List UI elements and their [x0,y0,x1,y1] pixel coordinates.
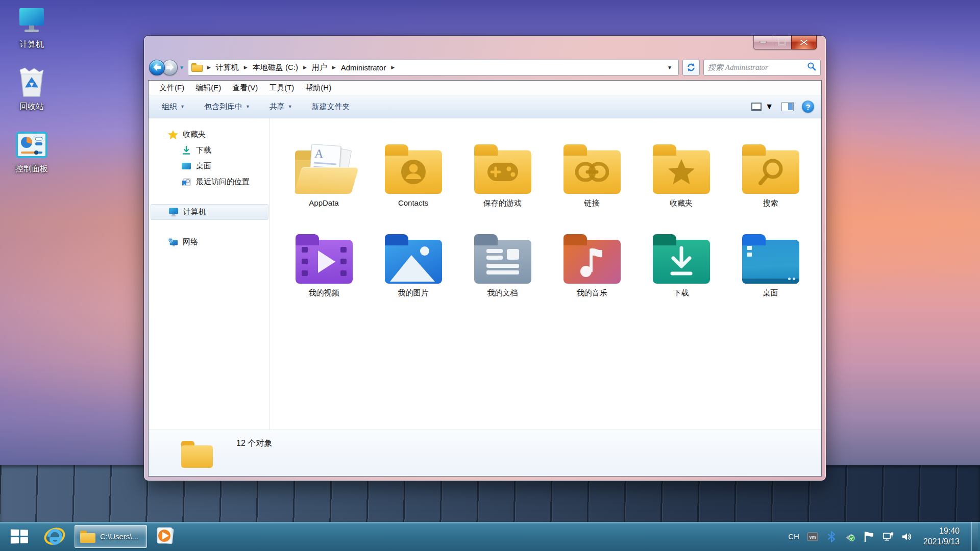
pictures-folder-icon [383,233,444,284]
sidebar-label: 下载 [196,145,211,155]
recent-places-icon [181,177,191,187]
file-item-appdata[interactable]: A AppData [279,143,369,233]
file-item-saved-games[interactable]: 保存的游戏 [458,143,547,233]
volume-icon[interactable] [901,531,913,542]
chevron-down-icon: ▼ [765,102,773,111]
file-item-downloads[interactable]: 下载 [636,233,726,322]
file-item-searches[interactable]: 搜索 [726,143,815,233]
download-icon [181,145,191,156]
file-label: AppData [309,198,338,207]
change-view-button[interactable]: ▼ [751,102,773,111]
contacts-folder-icon [383,143,444,194]
refresh-button[interactable] [682,60,700,76]
share-button[interactable]: 共享 ▼ [263,99,299,115]
file-item-my-pictures[interactable]: 我的图片 [369,233,458,322]
details-pane: 12 个对象 [149,430,821,476]
vmware-status-icon[interactable] [845,531,856,542]
help-button[interactable]: ? [802,101,814,113]
recent-pages-dropdown-icon[interactable]: ▼ [179,65,184,70]
breadcrumb-arrow-icon[interactable]: ▶ [330,65,338,70]
file-item-my-videos[interactable]: 我的视频 [279,233,369,322]
search-icon[interactable] [807,62,816,73]
internet-explorer-icon [44,525,65,548]
computer-icon [168,207,179,217]
preview-pane-button[interactable] [781,102,794,111]
breadcrumb-segment-users[interactable]: 用户 [310,62,329,73]
desktop-icon-control-panel[interactable]: 控制面板 [7,129,56,174]
sidebar-item-favorites[interactable]: 收藏夹 [149,127,270,142]
network-icon[interactable] [883,531,894,542]
breadcrumb-arrow-icon[interactable]: ▶ [241,65,250,70]
appdata-open-folder-icon: A [293,143,355,194]
sidebar-label: 计算机 [183,207,206,217]
file-item-my-music[interactable]: 我的音乐 [547,233,636,322]
searches-folder-icon [740,143,801,194]
explorer-task-button[interactable]: C:\Users\... [75,525,147,548]
include-in-library-button[interactable]: 包含到库中 ▼ [198,99,256,115]
search-placeholder: 搜索 Administrator [708,63,807,72]
menu-file[interactable]: 文件(F) [155,82,189,94]
file-list: A AppData [270,118,821,430]
breadcrumb-arrow-icon[interactable]: ▶ [388,65,397,70]
explorer-window: ▼ ▶ 计算机 ▶ 本地磁盘 (C:) ▶ 用户 ▶ Administrator… [144,36,826,481]
breadcrumb-arrow-icon[interactable]: ▶ [301,65,309,70]
menu-help[interactable]: 帮助(H) [301,82,336,94]
sidebar-item-desktop[interactable]: 桌面 [149,158,270,174]
taskbar-clock[interactable]: 19:40 2021/9/13 [923,526,960,547]
menu-bar: 文件(F) 编辑(E) 查看(V) 工具(T) 帮助(H) [149,81,821,95]
svg-text:vm: vm [809,535,816,540]
menu-view[interactable]: 查看(V) [228,82,262,94]
desktop: 计算机 回收站 [0,0,980,551]
media-player-button[interactable] [149,522,181,551]
maximize-button[interactable] [772,36,791,49]
breadcrumb-segment-drive-c[interactable]: 本地磁盘 (C:) [251,62,300,73]
toolbar-right-group: ▼ ? [751,101,814,113]
back-button[interactable] [149,60,165,76]
desktop-icon [181,161,191,171]
chevron-down-icon: ▼ [180,104,185,109]
taskbar-left: C:\Users\... [0,522,181,551]
start-button[interactable] [0,522,39,551]
file-item-favorites[interactable]: 收藏夹 [636,143,726,233]
breadcrumb-segment-administrator[interactable]: Administrator [339,62,387,73]
address-dropdown-icon[interactable]: ▼ [664,65,675,70]
menu-edit[interactable]: 编辑(E) [191,82,226,94]
file-item-my-documents[interactable]: 我的文档 [458,233,547,322]
sidebar-item-network[interactable]: 网络 [149,234,270,250]
breadcrumb[interactable]: ▶ 计算机 ▶ 本地磁盘 (C:) ▶ 用户 ▶ Administrator ▶… [188,60,679,76]
chevron-down-icon: ▼ [288,104,292,109]
taskbar: C:\Users\... CH vm [0,522,980,551]
videos-folder-icon [293,233,355,284]
ime-indicator[interactable]: CH [788,532,799,541]
menu-tools[interactable]: 工具(T) [264,82,299,94]
desktop-icon-label: 计算机 [19,39,44,50]
address-bar: ▼ ▶ 计算机 ▶ 本地磁盘 (C:) ▶ 用户 ▶ Administrator… [149,58,821,77]
desktop-icon-computer[interactable]: 计算机 [7,4,56,50]
internet-explorer-button[interactable] [39,522,70,551]
selected-folder-icon [181,440,215,468]
sidebar-item-computer[interactable]: 计算机 [151,204,268,220]
sidebar-item-downloads[interactable]: 下载 [149,142,270,158]
action-center-flag-icon[interactable] [864,531,875,542]
file-item-contacts[interactable]: Contacts [369,143,458,233]
file-item-desktop[interactable]: 桌面 [726,233,815,322]
close-button[interactable] [791,36,817,49]
show-desktop-button[interactable] [971,522,978,551]
sidebar-label: 桌面 [196,161,211,171]
desktop-icon-recycle-bin[interactable]: 回收站 [7,66,56,112]
minimize-button[interactable] [753,36,772,49]
chevron-down-icon: ▼ [246,104,250,109]
search-input[interactable]: 搜索 Administrator [703,60,821,76]
sidebar-item-recent-places[interactable]: 最近访问的位置 [149,174,270,190]
system-tray: CH vm 19:40 2021/9/13 [788,522,980,551]
new-folder-button[interactable]: 新建文件夹 [306,99,356,115]
address-folder-icon [191,63,203,72]
clock-time: 19:40 [923,526,960,537]
breadcrumb-arrow-icon[interactable]: ▶ [205,65,213,70]
breadcrumb-segment-computer[interactable]: 计算机 [214,62,240,73]
file-item-links[interactable]: 链接 [547,143,636,233]
bluetooth-icon[interactable] [826,531,837,542]
organize-button[interactable]: 组织 ▼ [156,99,191,115]
folder-icon [80,531,95,543]
vmware-tools-icon[interactable]: vm [807,531,818,542]
